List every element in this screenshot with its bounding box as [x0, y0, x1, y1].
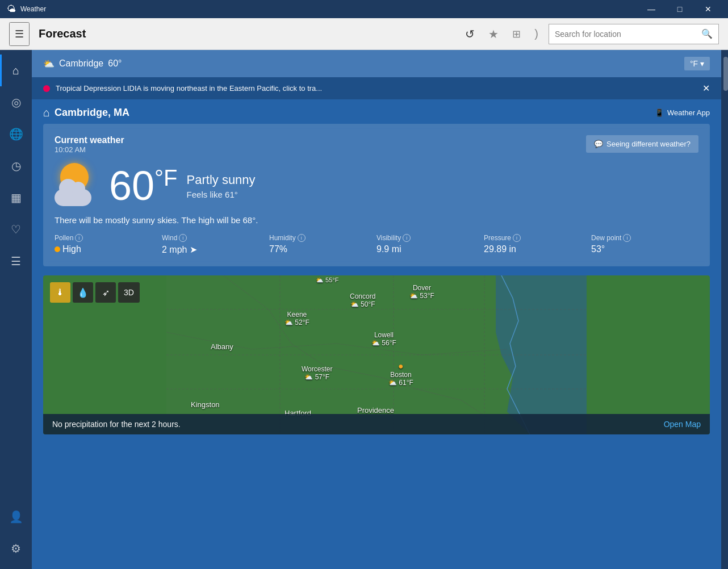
sidebar: ⌂ ◎ 🌐 ◷ ▦ ♡ ☰ 👤 ⚙	[0, 50, 32, 569]
stat-wind: Wind i 2 mph ➤	[162, 234, 269, 255]
stat-dew-point-label: Dew point	[591, 234, 621, 242]
location-temp: 60°	[108, 58, 122, 69]
feels-like: Feels like 61°	[187, 190, 256, 199]
search-input[interactable]	[555, 30, 701, 39]
current-temp: 60°F	[109, 165, 178, 206]
visibility-value: 9.9 mi	[376, 244, 484, 254]
stat-humidity-label: Humidity	[269, 234, 296, 242]
scrollbar[interactable]	[721, 50, 728, 569]
pollen-indicator	[55, 246, 60, 252]
pollen-value: High	[62, 244, 81, 254]
card-title: Current weather	[55, 135, 124, 145]
stat-wind-label: Wind	[162, 234, 177, 242]
alert-dot-icon	[43, 85, 50, 92]
account-icon: 👤	[9, 510, 23, 524]
alert-close-button[interactable]: ✕	[702, 83, 710, 94]
minimize-button[interactable]: —	[638, 0, 664, 18]
current-weather-card: Current weather 10:02 AM 💬 Seeing differ…	[43, 124, 710, 266]
sidebar-item-home[interactable]: ⌂	[0, 55, 32, 86]
home-location-icon: ⌂	[43, 106, 50, 119]
titlebar: 🌤 Weather — □ ✕	[0, 0, 728, 18]
main-location: Cambridge, MA	[55, 107, 129, 119]
calendar-icon: ▦	[11, 191, 22, 204]
map-container: 🌡 💧 ➶ 3D ⛅ 55°F Concord ⛅ 50°F Dover	[43, 275, 710, 434]
map-controls: 🌡 💧 ➶ 3D	[50, 282, 140, 303]
weather-app-link[interactable]: 📱 Weather App	[655, 108, 710, 117]
pressure-value: 29.89 in	[484, 244, 591, 254]
sidebar-item-calendar[interactable]: ▦	[0, 182, 32, 214]
seeing-diff-label: Seeing different weather?	[606, 140, 691, 148]
map-temp-button[interactable]: 🌡	[50, 282, 70, 303]
stat-visibility: Visibility i 9.9 mi	[376, 234, 484, 255]
app-title: Weather	[20, 5, 46, 13]
stat-pollen-label: Pollen	[55, 234, 73, 242]
pollen-info-icon[interactable]: i	[75, 234, 83, 242]
alert-banner: Tropical Depression LIDIA is moving nort…	[32, 77, 721, 99]
humidity-value: 77%	[269, 244, 376, 254]
sidebar-item-favorites[interactable]: ♡	[0, 214, 32, 245]
open-map-link[interactable]: Open Map	[664, 420, 701, 429]
precip-text: No precipitation for the next 2 hours.	[52, 420, 181, 429]
heart-icon: ♡	[11, 223, 21, 236]
sidebar-item-settings[interactable]: ⚙	[0, 533, 32, 564]
pressure-info-icon[interactable]: i	[513, 234, 521, 242]
sidebar-item-maps[interactable]: 🌐	[0, 118, 32, 150]
map-bottom-bar: No precipitation for the next 2 hours. O…	[43, 414, 710, 434]
dew-point-value: 53°	[591, 244, 698, 254]
stat-visibility-label: Visibility	[376, 234, 401, 242]
app-icon: 🌤	[7, 4, 16, 14]
lifestyle-icon: ☰	[11, 254, 21, 268]
map-3d-button[interactable]: 3D	[118, 282, 140, 303]
stat-humidity: Humidity i 77%	[269, 234, 376, 255]
radar-icon: ◎	[11, 95, 21, 109]
sidebar-item-lifestyle[interactable]: ☰	[0, 245, 32, 277]
sidebar-item-account[interactable]: 👤	[0, 501, 32, 533]
sidebar-item-radar[interactable]: ◎	[0, 86, 32, 118]
clock-icon: ◷	[11, 159, 21, 173]
map-wind-button[interactable]: ➶	[95, 282, 116, 303]
map-precip-button[interactable]: 💧	[73, 282, 93, 303]
temp-unit-toggle[interactable]: °F ▾	[684, 57, 710, 70]
dew-point-info-icon[interactable]: i	[623, 234, 631, 242]
phone-icon: 📱	[655, 108, 664, 117]
humidity-info-icon[interactable]: i	[298, 234, 306, 242]
page-title: Forecast	[39, 27, 453, 40]
weather-description: There will be mostly sunny skies. The hi…	[55, 215, 698, 225]
refresh-button[interactable]: ↺	[462, 24, 478, 44]
wind-value: 2 mph ➤	[162, 244, 269, 255]
location-city: Cambridge	[59, 58, 103, 69]
visibility-info-icon[interactable]: i	[403, 234, 411, 242]
globe-icon: 🌐	[9, 127, 23, 141]
search-icon[interactable]: 🔍	[701, 28, 713, 39]
hamburger-button[interactable]: ☰	[9, 22, 30, 46]
location-header: ⌂ Cambridge, MA 📱 Weather App	[32, 99, 721, 124]
dark-mode-button[interactable]: )	[531, 24, 542, 44]
main-content: ⛅ Cambridge 60° °F ▾ Tropical Depression…	[32, 50, 721, 569]
settings-icon: ⚙	[11, 542, 21, 555]
location-weather-icon: ⛅	[43, 58, 55, 69]
home-icon: ⌂	[12, 64, 19, 77]
sidebar-item-history[interactable]: ◷	[0, 150, 32, 182]
card-time: 10:02 AM	[55, 145, 124, 154]
location-name: ⛅ Cambridge 60°	[43, 58, 122, 69]
favorite-button[interactable]: ★	[485, 24, 502, 44]
location-bar: ⛅ Cambridge 60° °F ▾	[32, 50, 721, 77]
stat-pressure: Pressure i 29.89 in	[484, 234, 591, 255]
pin-button[interactable]: ⊞	[509, 24, 524, 44]
app-header: ☰ Forecast ↺ ★ ⊞ ) 🔍	[0, 18, 728, 50]
maximize-button[interactable]: □	[667, 0, 693, 18]
alert-text[interactable]: Tropical Depression LIDIA is moving nort…	[56, 84, 697, 93]
map-svg	[43, 275, 710, 434]
stat-pollen: Pollen i High	[55, 234, 162, 255]
chat-icon: 💬	[594, 140, 603, 148]
seeing-different-weather-button[interactable]: 💬 Seeing different weather?	[586, 135, 698, 153]
cloud-icon	[55, 189, 91, 206]
wind-info-icon[interactable]: i	[179, 234, 187, 242]
weather-condition: Partly sunny	[187, 173, 256, 187]
stat-dew-point: Dew point i 53°	[591, 234, 698, 255]
close-button[interactable]: ✕	[695, 0, 721, 18]
weather-stats: Pollen i High Wind i 2 mph ➤	[55, 234, 698, 255]
stat-pressure-label: Pressure	[484, 234, 511, 242]
search-box: 🔍	[549, 24, 719, 44]
